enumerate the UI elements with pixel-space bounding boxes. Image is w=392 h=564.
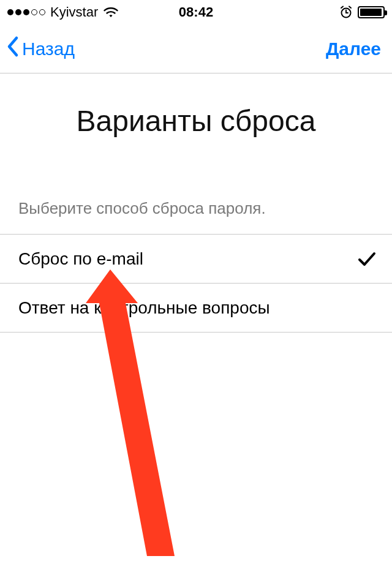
content-area: Варианты сброса Выберите способ сброса п… — [0, 73, 392, 333]
back-button[interactable]: Назад — [5, 34, 75, 63]
battery-icon — [358, 6, 385, 18]
svg-line-4 — [349, 7, 351, 9]
carrier-label: Kyivstar — [50, 4, 98, 20]
option-reset-by-email[interactable]: Сброс по e-mail — [0, 235, 392, 284]
option-label: Ответ на контрольные вопросы — [18, 298, 270, 318]
next-label: Далее — [326, 39, 381, 59]
status-time: 08:42 — [179, 4, 213, 20]
status-left: Kyivstar — [7, 4, 119, 20]
instruction-text: Выберите способ сброса пароля. — [0, 199, 392, 234]
option-label: Сброс по e-mail — [18, 249, 143, 269]
checkmark-icon — [358, 252, 376, 266]
chevron-left-icon — [5, 34, 21, 63]
status-right — [339, 6, 385, 19]
status-bar: Kyivstar 08:42 — [0, 0, 392, 24]
page-title: Варианты сброса — [0, 104, 392, 138]
wifi-icon — [103, 6, 119, 18]
signal-strength-icon — [7, 9, 45, 15]
options-list: Сброс по e-mail Ответ на контрольные воп… — [0, 234, 392, 333]
navigation-bar: Назад Далее — [0, 24, 392, 73]
next-button[interactable]: Далее — [326, 39, 381, 59]
back-label: Назад — [22, 39, 75, 59]
option-security-questions[interactable]: Ответ на контрольные вопросы — [0, 284, 392, 333]
alarm-icon — [339, 6, 353, 19]
svg-line-3 — [341, 7, 343, 9]
